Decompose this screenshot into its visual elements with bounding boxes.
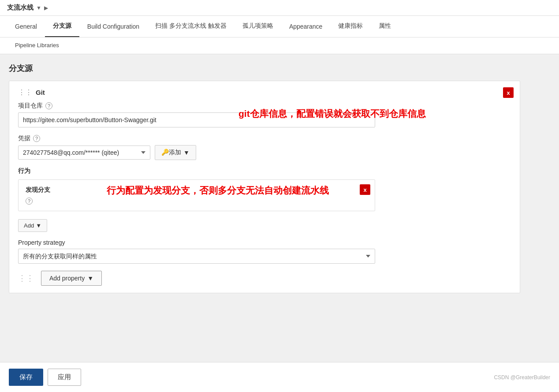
add-property-button[interactable]: Add property ▼ [41,271,102,286]
property-strategy-section: Property strategy 所有的分支获取同样的属性 [18,239,375,264]
tab-health[interactable]: 健康指标 [330,16,371,37]
tabs-row1: General 分支源 Build Configuration 扫描 多分支流水… [0,16,559,37]
add-arrow-icon: ▼ [36,222,41,229]
tab-general[interactable]: General [7,17,45,37]
forward-arrow: ▶ [44,5,48,11]
add-credential-label: 🔑添加 [161,149,181,157]
tab-scan[interactable]: 扫描 多分支流水线 触发器 [147,16,235,37]
repo-input[interactable] [18,112,375,127]
property-strategy-select[interactable]: 所有的分支获取同样的属性 [18,249,375,264]
tabs-row2: Pipeline Libraries [0,37,559,54]
repo-help-icon[interactable]: ? [45,102,52,109]
tab-branch-source[interactable]: 分支源 [45,16,79,37]
add-behavior-label: Add [24,222,34,229]
add-property-arrow-icon: ▼ [87,275,93,282]
git-card: ⋮⋮ Git x git仓库信息，配置错误就会获取不到仓库信息 项目仓库 ? 凭… [9,81,520,293]
tab-build-config[interactable]: Build Configuration [79,17,147,37]
add-property-row: ⋮⋮ Add property ▼ [18,271,511,286]
credential-help-icon[interactable]: ? [33,135,40,142]
credential-row: 2740277548@qq.com/****** (qitee) 🔑添加 ▼ [18,145,511,160]
main-content: 分支源 ⋮⋮ Git x git仓库信息，配置错误就会获取不到仓库信息 项目仓库… [0,54,529,309]
git-card-title: Git [36,89,45,96]
dropdown-arrow-small: ▼ [183,149,190,156]
property-strategy-label: Property strategy [18,239,375,246]
repo-label-row: 项目仓库 ? [18,102,511,110]
repo-field-group: 项目仓库 ? [18,102,511,127]
add-property-drag-icon: ⋮⋮ [18,273,34,283]
git-card-close-button[interactable]: x [503,87,514,98]
discover-branches-title: 发现分支 [26,186,368,194]
discover-branches-card: 发现分支 ? x 行为配置为发现分支，否则多分支无法自动创建流水线 [18,179,375,211]
credential-select[interactable]: 2740277548@qq.com/****** (qitee) [18,146,150,160]
repo-label: 项目仓库 [18,102,43,110]
add-credential-button[interactable]: 🔑添加 ▼ [155,145,196,160]
page-section-title: 分支源 [9,63,520,74]
credential-label-row: 凭据 ? [18,134,511,142]
git-card-header: ⋮⋮ Git [18,88,511,97]
dropdown-arrow[interactable]: ▼ [36,5,41,11]
pipeline-title[interactable]: 支流水线 [7,4,34,12]
tab-pipeline-libraries[interactable]: Pipeline Libraries [7,37,552,54]
credential-field-group: 凭据 ? 2740277548@qq.com/****** (qitee) 🔑添… [18,134,511,160]
credential-label: 凭据 [18,134,30,142]
tab-orphan[interactable]: 孤儿项策略 [235,16,281,37]
add-behavior-button[interactable]: Add ▼ [18,219,47,232]
discover-branches-close-button[interactable]: x [360,184,370,195]
behavior-label: 行为 [18,167,511,175]
add-property-label: Add property [49,275,85,282]
discover-branches-help-icon[interactable]: ? [26,198,33,205]
behavior-section: 行为 发现分支 ? x 行为配置为发现分支，否则多分支无法自动创建流水线 Add… [18,167,511,232]
drag-handle-icon[interactable]: ⋮⋮ [18,88,32,97]
top-bar: 支流水线 ▼ ▶ [0,0,559,16]
tab-appearance[interactable]: Appearance [281,17,331,37]
tab-properties[interactable]: 属性 [371,16,399,37]
